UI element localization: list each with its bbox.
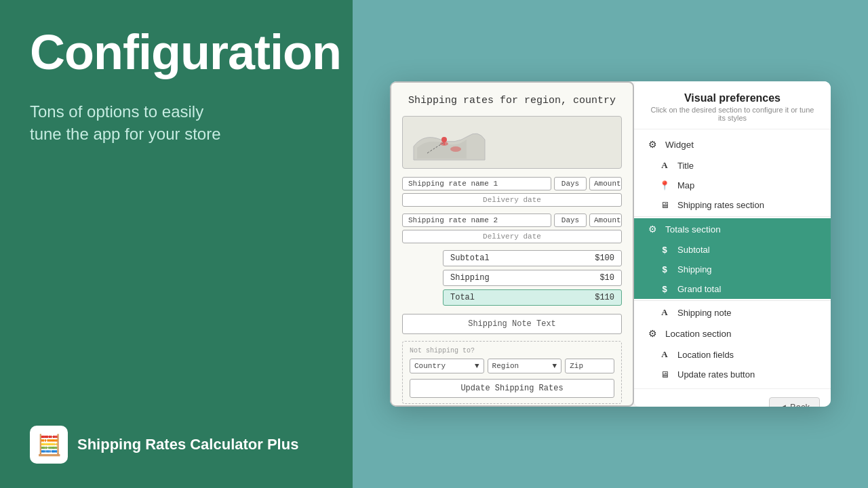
rate-days-2: Days [554, 214, 587, 227]
delivery-date-row-2: Delivery date [402, 230, 622, 243]
sidebar-item-label: Location fields [677, 350, 734, 360]
delivery-date-row-1: Delivery date [402, 193, 622, 207]
prefs-subtitle: Click on the desired section to configur… [646, 106, 818, 122]
shipping-row: Shipping $10 [443, 270, 622, 286]
sidebar-item-map[interactable]: 📍 Map [634, 176, 831, 195]
visual-prefs-panel: Visual preferences Click on the desired … [634, 81, 831, 407]
right-panel: Shipping rates for region, country [353, 0, 868, 488]
location-gear-icon: ⚙ [646, 328, 658, 339]
not-shipping-label: Not shipping to? [410, 347, 614, 354]
sidebar-item-label: Shipping rates section [677, 200, 764, 210]
region-select[interactable]: Region ▼ [488, 359, 562, 373]
prefs-header: Visual preferences Click on the desired … [634, 81, 831, 129]
sidebar-item-title[interactable]: A Title [634, 155, 831, 176]
region-chevron-icon: ▼ [553, 362, 557, 370]
dollar-icon-subtotal: $ [658, 245, 671, 255]
totals-section: Subtotal $100 Shipping $10 Total $110 [443, 250, 622, 306]
svg-point-3 [450, 146, 461, 152]
total-row: Total $110 [443, 289, 622, 306]
map-pin-icon: 📍 [658, 180, 671, 190]
sidebar-item-label: Totals section [665, 224, 721, 235]
shipping-label: Shipping [450, 273, 490, 283]
sidebar-item-label: Map [677, 180, 694, 190]
rate-name-2: Shipping rate name 2 [402, 214, 551, 227]
back-btn-row: ◄ Back [634, 388, 831, 407]
outer-frame: Shipping rates for region, country [390, 81, 831, 407]
app-name: Shipping Rates Calculator Plus [77, 436, 298, 453]
sidebar-item-location[interactable]: ⚙ Location section [634, 323, 831, 344]
page-title: Configuration [30, 27, 323, 79]
shipping-value: $10 [599, 273, 614, 283]
rate-amount-2: Amount [589, 214, 622, 227]
sidebar-item-label: Subtotal [677, 245, 710, 255]
app-branding: 🧮 Shipping Rates Calculator Plus [30, 426, 323, 464]
shipping-rates-icon: 🖥 [658, 200, 671, 210]
subtotal-label: Subtotal [450, 253, 490, 263]
widget-preview: Shipping rates for region, country [390, 81, 634, 407]
map-svg [407, 119, 488, 165]
sidebar-item-label: Location section [665, 329, 732, 339]
sidebar-item-shipping-note[interactable]: A Shipping note [634, 302, 831, 323]
text-icon: A [658, 160, 671, 171]
prefs-title: Visual preferences [646, 92, 818, 104]
rate-amount-1: Amount [589, 177, 622, 190]
sidebar-item-totals[interactable]: ⚙ Totals section [634, 218, 831, 240]
sidebar-item-update-rates[interactable]: 🖥 Update rates button [634, 365, 831, 384]
subtotal-value: $100 [595, 253, 614, 263]
not-shipping-wrapper: Not shipping to? Country ▼ Region ▼ Zip … [402, 341, 622, 404]
sidebar-item-label: Grand total [677, 284, 721, 294]
note-text-icon: A [658, 307, 671, 318]
map-area [402, 116, 622, 169]
location-row: Country ▼ Region ▼ Zip [410, 359, 614, 373]
left-top: Configuration Tons of options to easily … [30, 27, 323, 146]
totals-gear-icon: ⚙ [646, 224, 658, 235]
sidebar-item-label: Shipping note [677, 308, 732, 318]
dollar-icon-grand: $ [658, 284, 671, 294]
delivery-date-1: Delivery date [402, 193, 622, 207]
gear-icon: ⚙ [646, 139, 658, 150]
back-button[interactable]: ◄ Back [769, 397, 820, 407]
rate-row-1: Shipping rate name 1 Days Amount [402, 177, 622, 190]
country-select[interactable]: Country ▼ [410, 359, 484, 373]
sidebar-item-label: Widget [665, 140, 694, 150]
page-subtitle: Tons of options to easily tune the app f… [30, 100, 323, 146]
zip-input[interactable]: Zip [565, 359, 614, 373]
sidebar-item-shipping[interactable]: $ Shipping [634, 260, 831, 279]
delivery-date-2: Delivery date [402, 230, 622, 243]
total-label: Total [450, 293, 475, 302]
sidebar-item-label: Shipping [677, 264, 712, 274]
divider [634, 216, 831, 217]
rate-days-1: Days [554, 177, 587, 190]
subtotal-row: Subtotal $100 [443, 250, 622, 266]
rate-name-1: Shipping rate name 1 [402, 177, 551, 190]
sidebar-item-location-fields[interactable]: A Location fields [634, 344, 831, 365]
location-fields-icon: A [658, 349, 671, 360]
sidebar-item-subtotal[interactable]: $ Subtotal [634, 240, 831, 260]
widget-title: Shipping rates for region, country [402, 95, 622, 106]
prefs-list: ⚙ Widget A Title 📍 Map 🖥 Shipping rates … [634, 129, 831, 388]
dollar-icon-shipping: $ [658, 264, 671, 274]
rate-row-2: Shipping rate name 2 Days Amount [402, 214, 622, 227]
sidebar-item-grand-total[interactable]: $ Grand total [634, 279, 831, 299]
update-rates-icon: 🖥 [658, 369, 671, 380]
divider2 [634, 300, 831, 301]
app-icon: 🧮 [30, 426, 68, 464]
sidebar-item-widget[interactable]: ⚙ Widget [634, 134, 831, 155]
update-rates-button[interactable]: Update Shipping Rates [410, 379, 614, 398]
country-chevron-icon: ▼ [475, 362, 479, 370]
total-value: $110 [595, 293, 614, 302]
sidebar-item-label: Update rates button [677, 369, 755, 380]
shipping-note: Shipping Note Text [402, 314, 622, 334]
sidebar-item-label: Title [677, 161, 694, 171]
left-panel: Configuration Tons of options to easily … [0, 0, 353, 488]
sidebar-item-shipping-rates[interactable]: 🖥 Shipping rates section [634, 195, 831, 215]
